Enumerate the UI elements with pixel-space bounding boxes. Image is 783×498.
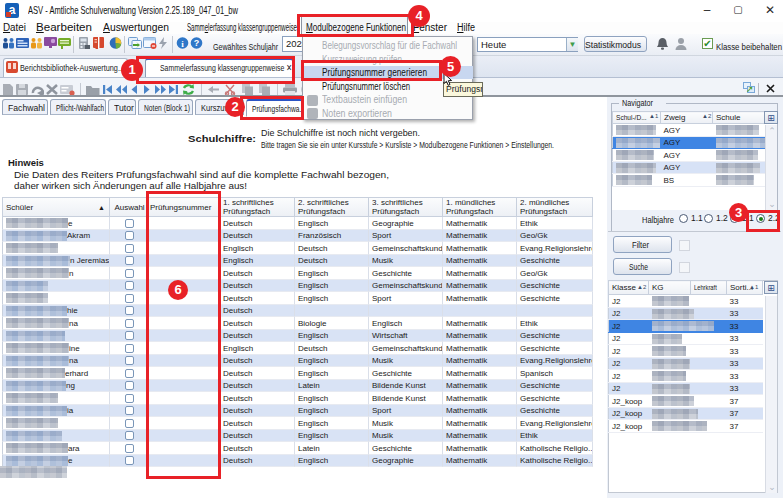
svg-text:?: ? <box>194 38 200 48</box>
